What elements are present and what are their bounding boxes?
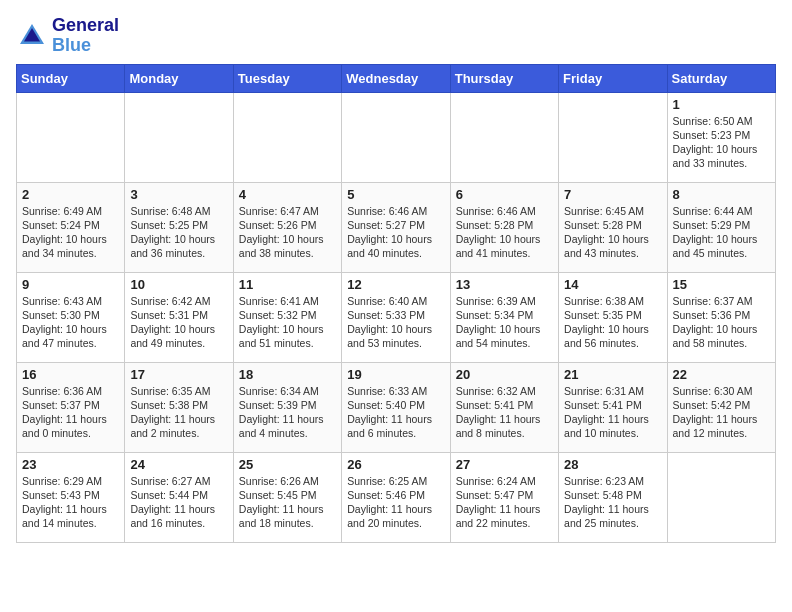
day-number: 28 — [564, 457, 661, 472]
day-info: Sunrise: 6:36 AM Sunset: 5:37 PM Dayligh… — [22, 384, 119, 441]
calendar-cell: 27Sunrise: 6:24 AM Sunset: 5:47 PM Dayli… — [450, 452, 558, 542]
logo-icon — [16, 20, 48, 52]
day-number: 4 — [239, 187, 336, 202]
day-info: Sunrise: 6:39 AM Sunset: 5:34 PM Dayligh… — [456, 294, 553, 351]
week-row-1: 1Sunrise: 6:50 AM Sunset: 5:23 PM Daylig… — [17, 92, 776, 182]
calendar-cell: 14Sunrise: 6:38 AM Sunset: 5:35 PM Dayli… — [559, 272, 667, 362]
calendar-cell: 13Sunrise: 6:39 AM Sunset: 5:34 PM Dayli… — [450, 272, 558, 362]
day-info: Sunrise: 6:42 AM Sunset: 5:31 PM Dayligh… — [130, 294, 227, 351]
day-info: Sunrise: 6:35 AM Sunset: 5:38 PM Dayligh… — [130, 384, 227, 441]
day-info: Sunrise: 6:44 AM Sunset: 5:29 PM Dayligh… — [673, 204, 770, 261]
calendar-cell: 1Sunrise: 6:50 AM Sunset: 5:23 PM Daylig… — [667, 92, 775, 182]
day-number: 15 — [673, 277, 770, 292]
day-number: 7 — [564, 187, 661, 202]
calendar-cell: 19Sunrise: 6:33 AM Sunset: 5:40 PM Dayli… — [342, 362, 450, 452]
day-info: Sunrise: 6:48 AM Sunset: 5:25 PM Dayligh… — [130, 204, 227, 261]
day-info: Sunrise: 6:47 AM Sunset: 5:26 PM Dayligh… — [239, 204, 336, 261]
weekday-header-wednesday: Wednesday — [342, 64, 450, 92]
calendar-cell — [233, 92, 341, 182]
week-row-3: 9Sunrise: 6:43 AM Sunset: 5:30 PM Daylig… — [17, 272, 776, 362]
weekday-header-monday: Monday — [125, 64, 233, 92]
day-number: 21 — [564, 367, 661, 382]
day-number: 16 — [22, 367, 119, 382]
day-info: Sunrise: 6:29 AM Sunset: 5:43 PM Dayligh… — [22, 474, 119, 531]
day-number: 8 — [673, 187, 770, 202]
week-row-2: 2Sunrise: 6:49 AM Sunset: 5:24 PM Daylig… — [17, 182, 776, 272]
calendar-cell: 23Sunrise: 6:29 AM Sunset: 5:43 PM Dayli… — [17, 452, 125, 542]
day-info: Sunrise: 6:40 AM Sunset: 5:33 PM Dayligh… — [347, 294, 444, 351]
day-number: 3 — [130, 187, 227, 202]
calendar-cell: 26Sunrise: 6:25 AM Sunset: 5:46 PM Dayli… — [342, 452, 450, 542]
calendar-cell — [125, 92, 233, 182]
calendar-cell: 12Sunrise: 6:40 AM Sunset: 5:33 PM Dayli… — [342, 272, 450, 362]
day-info: Sunrise: 6:45 AM Sunset: 5:28 PM Dayligh… — [564, 204, 661, 261]
day-info: Sunrise: 6:26 AM Sunset: 5:45 PM Dayligh… — [239, 474, 336, 531]
day-info: Sunrise: 6:46 AM Sunset: 5:28 PM Dayligh… — [456, 204, 553, 261]
calendar-cell — [17, 92, 125, 182]
day-info: Sunrise: 6:50 AM Sunset: 5:23 PM Dayligh… — [673, 114, 770, 171]
calendar-cell: 6Sunrise: 6:46 AM Sunset: 5:28 PM Daylig… — [450, 182, 558, 272]
day-number: 20 — [456, 367, 553, 382]
calendar-cell: 11Sunrise: 6:41 AM Sunset: 5:32 PM Dayli… — [233, 272, 341, 362]
calendar-cell: 9Sunrise: 6:43 AM Sunset: 5:30 PM Daylig… — [17, 272, 125, 362]
day-info: Sunrise: 6:43 AM Sunset: 5:30 PM Dayligh… — [22, 294, 119, 351]
weekday-header-friday: Friday — [559, 64, 667, 92]
day-number: 10 — [130, 277, 227, 292]
day-info: Sunrise: 6:23 AM Sunset: 5:48 PM Dayligh… — [564, 474, 661, 531]
calendar-cell: 10Sunrise: 6:42 AM Sunset: 5:31 PM Dayli… — [125, 272, 233, 362]
day-info: Sunrise: 6:24 AM Sunset: 5:47 PM Dayligh… — [456, 474, 553, 531]
day-info: Sunrise: 6:34 AM Sunset: 5:39 PM Dayligh… — [239, 384, 336, 441]
day-number: 9 — [22, 277, 119, 292]
calendar-cell: 20Sunrise: 6:32 AM Sunset: 5:41 PM Dayli… — [450, 362, 558, 452]
calendar-cell: 22Sunrise: 6:30 AM Sunset: 5:42 PM Dayli… — [667, 362, 775, 452]
calendar-header: SundayMondayTuesdayWednesdayThursdayFrid… — [17, 64, 776, 92]
calendar-cell: 8Sunrise: 6:44 AM Sunset: 5:29 PM Daylig… — [667, 182, 775, 272]
logo-text: General Blue — [52, 16, 119, 56]
weekday-header-sunday: Sunday — [17, 64, 125, 92]
day-number: 24 — [130, 457, 227, 472]
calendar-cell — [342, 92, 450, 182]
weekday-header-saturday: Saturday — [667, 64, 775, 92]
day-info: Sunrise: 6:37 AM Sunset: 5:36 PM Dayligh… — [673, 294, 770, 351]
day-info: Sunrise: 6:38 AM Sunset: 5:35 PM Dayligh… — [564, 294, 661, 351]
day-number: 12 — [347, 277, 444, 292]
calendar-table: SundayMondayTuesdayWednesdayThursdayFrid… — [16, 64, 776, 543]
calendar-cell: 5Sunrise: 6:46 AM Sunset: 5:27 PM Daylig… — [342, 182, 450, 272]
day-info: Sunrise: 6:31 AM Sunset: 5:41 PM Dayligh… — [564, 384, 661, 441]
day-number: 19 — [347, 367, 444, 382]
day-info: Sunrise: 6:27 AM Sunset: 5:44 PM Dayligh… — [130, 474, 227, 531]
weekday-header-thursday: Thursday — [450, 64, 558, 92]
calendar-cell: 24Sunrise: 6:27 AM Sunset: 5:44 PM Dayli… — [125, 452, 233, 542]
calendar-cell: 7Sunrise: 6:45 AM Sunset: 5:28 PM Daylig… — [559, 182, 667, 272]
day-number: 27 — [456, 457, 553, 472]
day-number: 14 — [564, 277, 661, 292]
day-info: Sunrise: 6:25 AM Sunset: 5:46 PM Dayligh… — [347, 474, 444, 531]
calendar-cell: 17Sunrise: 6:35 AM Sunset: 5:38 PM Dayli… — [125, 362, 233, 452]
calendar-cell: 25Sunrise: 6:26 AM Sunset: 5:45 PM Dayli… — [233, 452, 341, 542]
calendar-cell: 15Sunrise: 6:37 AM Sunset: 5:36 PM Dayli… — [667, 272, 775, 362]
day-number: 26 — [347, 457, 444, 472]
page-header: General Blue — [16, 16, 776, 56]
day-number: 2 — [22, 187, 119, 202]
day-number: 25 — [239, 457, 336, 472]
day-info: Sunrise: 6:30 AM Sunset: 5:42 PM Dayligh… — [673, 384, 770, 441]
day-info: Sunrise: 6:32 AM Sunset: 5:41 PM Dayligh… — [456, 384, 553, 441]
calendar-cell: 21Sunrise: 6:31 AM Sunset: 5:41 PM Dayli… — [559, 362, 667, 452]
day-number: 11 — [239, 277, 336, 292]
calendar-cell — [559, 92, 667, 182]
day-number: 13 — [456, 277, 553, 292]
day-info: Sunrise: 6:46 AM Sunset: 5:27 PM Dayligh… — [347, 204, 444, 261]
calendar-cell: 3Sunrise: 6:48 AM Sunset: 5:25 PM Daylig… — [125, 182, 233, 272]
day-info: Sunrise: 6:33 AM Sunset: 5:40 PM Dayligh… — [347, 384, 444, 441]
day-number: 23 — [22, 457, 119, 472]
day-number: 17 — [130, 367, 227, 382]
day-number: 1 — [673, 97, 770, 112]
week-row-5: 23Sunrise: 6:29 AM Sunset: 5:43 PM Dayli… — [17, 452, 776, 542]
calendar-cell: 4Sunrise: 6:47 AM Sunset: 5:26 PM Daylig… — [233, 182, 341, 272]
day-number: 18 — [239, 367, 336, 382]
day-number: 22 — [673, 367, 770, 382]
calendar-cell — [667, 452, 775, 542]
day-info: Sunrise: 6:41 AM Sunset: 5:32 PM Dayligh… — [239, 294, 336, 351]
day-number: 5 — [347, 187, 444, 202]
calendar-cell: 18Sunrise: 6:34 AM Sunset: 5:39 PM Dayli… — [233, 362, 341, 452]
